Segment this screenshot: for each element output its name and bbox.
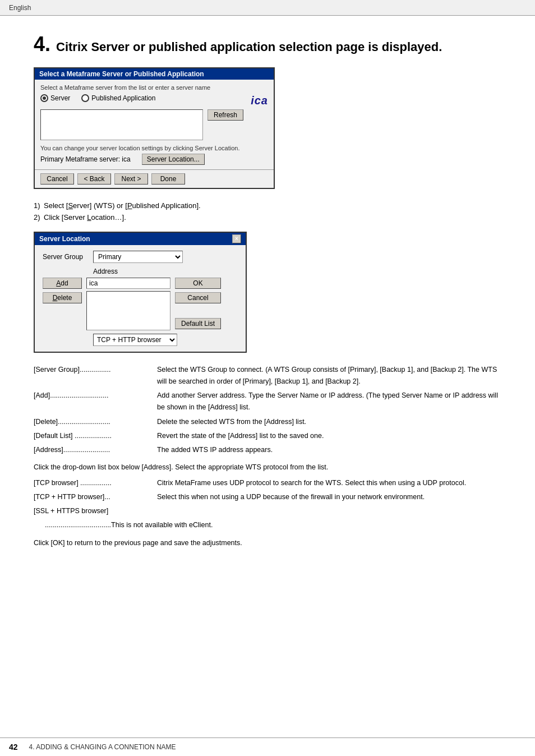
metaframe-dialog: Select a Metaframe Server or Published A…: [34, 67, 275, 189]
desc-default-list-value: Revert the state of the [Address] list t…: [157, 430, 501, 442]
radio-group: Server Published Application: [40, 94, 155, 102]
metaframe-bottom-buttons: Cancel < Back Next > Done: [35, 169, 274, 188]
address-input-area: Add Delete OK Cancel Default List: [43, 278, 238, 330]
done-button[interactable]: Done: [151, 173, 185, 185]
desc-default-list: [Default List] ................... Rever…: [34, 430, 501, 442]
server-location-titlebar: Server Location ×: [35, 233, 246, 245]
metaframe-dialog-titlebar: Select a Metaframe Server or Published A…: [35, 68, 274, 80]
default-list-button[interactable]: Default List: [175, 318, 221, 329]
desc-default-list-key: [Default List] ...................: [34, 430, 157, 442]
step-number: 4.: [34, 33, 50, 56]
server-location-row: Primary Metaframe server: ica Server Loc…: [40, 154, 268, 165]
refresh-button[interactable]: Refresh: [207, 109, 243, 121]
sl-cancel-button[interactable]: Cancel: [175, 292, 221, 303]
address-area: [86, 278, 170, 330]
protocol-select[interactable]: TCP + HTTP browser: [93, 334, 177, 346]
address-input[interactable]: [86, 278, 170, 289]
desc-add-key: [Add]..............................: [34, 390, 157, 414]
page-wrapper: English 4. Citrix Server or published ap…: [0, 0, 535, 756]
dropdown-intro: Click the drop-down list box below [Addr…: [34, 462, 501, 473]
server-location-body: Server Group Primary Address Add Delete: [35, 245, 246, 352]
main-content: 4. Citrix Server or published applicatio…: [0, 16, 535, 577]
next-button[interactable]: Next >: [114, 173, 148, 185]
desc-delete: [Delete]........................... Dele…: [34, 416, 501, 428]
delete-button[interactable]: Delete: [43, 292, 82, 303]
desc-ssl-https-desc: ..................................This i…: [45, 519, 501, 531]
desc-tcp-browser-value: Citrix MetaFrame uses UDP protocol to se…: [157, 477, 501, 489]
desc-tcp-http-value: Select this when not using a UDP because…: [157, 491, 501, 503]
address-label: Address: [93, 268, 238, 275]
server-list-area: Refresh: [40, 109, 268, 140]
primary-server-label: Primary Metaframe server: ica: [40, 155, 131, 163]
instruction-step1-text: 1) Select [Server] (WTS) or [Published A…: [34, 201, 201, 210]
back-button[interactable]: < Back: [77, 173, 111, 185]
desc-server-group: [Server Group]................ Select th…: [34, 364, 501, 388]
desc-tcp-http-key: [TCP + HTTP browser]...: [34, 491, 157, 503]
bottom-text: 4. ADDING & CHANGING A CONNETION NAME: [29, 743, 176, 751]
desc-server-group-key: [Server Group]................: [34, 364, 157, 388]
server-group-select[interactable]: Primary: [93, 251, 183, 263]
radio-server[interactable]: Server: [40, 94, 70, 102]
server-group-label: Server Group: [43, 253, 87, 261]
refresh-col: Refresh: [207, 109, 243, 140]
radio-server-label: Server: [50, 94, 70, 102]
desc-address: [Address]........................ The ad…: [34, 444, 501, 456]
metaframe-dialog-title: Select a Metaframe Server or Published A…: [39, 70, 204, 78]
radio-published-circle: [81, 94, 89, 102]
metaframe-dialog-body: Select a Metaframe server from the list …: [35, 80, 274, 169]
instruction-step1: 1) Select [Server] (WTS) or [Published A…: [34, 200, 501, 212]
close-button[interactable]: ×: [232, 234, 241, 243]
instruction-step2: 2) Click [Server Location…].: [34, 212, 501, 224]
desc-tcp-browser-key: [TCP browser] ................: [34, 477, 157, 489]
protocol-row: TCP + HTTP browser: [93, 334, 238, 346]
right-buttons: OK Cancel Default List: [175, 278, 221, 330]
desc-add-value: Add another Server address. Type the Ser…: [157, 390, 501, 414]
server-location-button[interactable]: Server Location...: [142, 154, 205, 165]
server-location-dialog: Server Location × Server Group Primary A…: [34, 232, 247, 353]
ok-button[interactable]: OK: [175, 278, 221, 289]
bottom-bar: 42 4. ADDING & CHANGING A CONNETION NAME: [0, 737, 535, 756]
ica-logo: ica: [251, 94, 268, 107]
radio-published-label: Published Application: [91, 94, 155, 102]
desc-add: [Add].............................. Add …: [34, 390, 501, 414]
metaframe-subtitle: Select a Metaframe server from the list …: [40, 84, 268, 91]
desc-delete-value: Delete the selected WTS from the [Addres…: [157, 416, 501, 428]
address-list[interactable]: [86, 291, 170, 330]
instruction-step2-text: 2) Click [Server Location…].: [34, 213, 126, 222]
language-label: English: [9, 4, 31, 12]
desc-tcp-browser: [TCP browser] ................ Citrix Me…: [34, 477, 501, 489]
desc-address-value: The added WTS IP address appears.: [157, 444, 501, 456]
desc-ssl-https-key: [SSL + HTTPS browser]: [34, 505, 157, 517]
dialog-top-row: Server Published Application ica: [40, 94, 268, 107]
radio-published[interactable]: Published Application: [81, 94, 155, 102]
desc-ssl-https: [SSL + HTTPS browser]: [34, 505, 501, 517]
radio-server-circle: [40, 94, 48, 102]
desc-delete-key: [Delete]...........................: [34, 416, 157, 428]
step-heading-text: Citrix Server or published application s…: [56, 40, 442, 54]
ok-note: Click [OK] to return to the previous pag…: [34, 537, 501, 549]
cancel-button[interactable]: Cancel: [40, 173, 74, 185]
step-heading: 4. Citrix Server or published applicatio…: [34, 33, 501, 56]
server-list[interactable]: [40, 109, 203, 140]
step-instructions: 1) Select [Server] (WTS) or [Published A…: [34, 200, 501, 224]
desc-tcp-http: [TCP + HTTP browser]... Select this when…: [34, 491, 501, 503]
server-group-row: Server Group Primary: [43, 251, 238, 263]
desc-address-key: [Address]........................: [34, 444, 157, 456]
top-bar: English: [0, 0, 535, 16]
left-buttons: Add Delete: [43, 278, 82, 330]
server-location-note: You can change your server location sett…: [40, 145, 268, 151]
desc-server-group-value: Select the WTS Group to connect. (A WTS …: [157, 364, 501, 388]
server-location-title: Server Location: [39, 235, 90, 243]
descriptions-section: [Server Group]................ Select th…: [34, 364, 501, 549]
page-number: 42: [9, 743, 18, 752]
add-button[interactable]: Add: [43, 278, 82, 289]
